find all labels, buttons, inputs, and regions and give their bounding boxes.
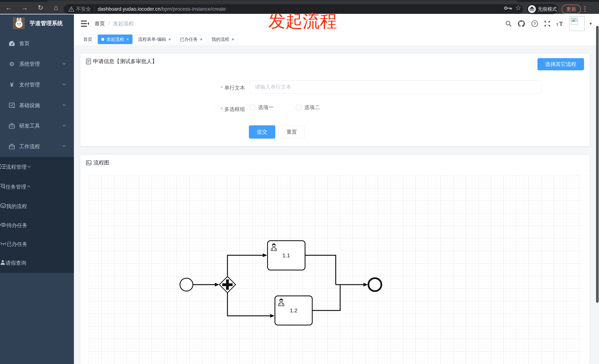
browser-active-tab[interactable] xyxy=(47,0,517,2)
document-icon xyxy=(86,59,91,64)
sidebar-item-payment[interactable]: ¥ 支付管理 xyxy=(0,74,74,95)
browser-reload-icon[interactable]: ↻ xyxy=(36,4,45,12)
tags-view-bar: 首页 发起流程 × 流程表单-编辑 × 已办任务 × 我的流程 × xyxy=(74,33,599,46)
face-icon xyxy=(0,203,6,210)
svg-text:T: T xyxy=(556,23,558,27)
start-event[interactable] xyxy=(180,278,193,291)
password-key-icon[interactable] xyxy=(504,6,512,10)
yen-icon: ¥ xyxy=(8,81,16,88)
browser-home-icon[interactable]: ⌂ xyxy=(51,3,61,11)
github-icon[interactable] xyxy=(517,20,526,28)
caret-down-icon[interactable]: ▼ xyxy=(589,21,593,26)
incognito-icon xyxy=(528,5,536,13)
chrome-update-button[interactable]: 更新 xyxy=(562,5,581,14)
app-logo-avatar xyxy=(13,17,25,29)
apply-info-title: 申请信息【测试多审批人】 xyxy=(93,58,157,65)
url-host[interactable]: dashboard.yudao.iocoder.cn xyxy=(98,6,160,12)
sidebar-item-done-tasks[interactable]: 已办任务 xyxy=(0,235,74,254)
incognito-label: 无痕模式 xyxy=(538,6,557,12)
search-icon[interactable] xyxy=(504,20,512,28)
text-field-label: *单行文本 xyxy=(80,84,245,91)
dashboard-icon xyxy=(8,40,16,47)
checkbox-option-1-label[interactable]: 选项一 xyxy=(258,104,274,111)
sidebar-item-dev-tools[interactable]: 研发工具 xyxy=(0,116,74,136)
scrollbar-thumb[interactable] xyxy=(596,26,599,303)
process-diagram-title: 流程图 xyxy=(93,159,109,167)
toolbox-icon xyxy=(8,143,16,150)
tag-my-process[interactable]: 我的流程 × xyxy=(208,34,238,44)
eye-icon xyxy=(0,222,7,228)
choose-other-process-button[interactable]: 选择其它流程 xyxy=(537,58,584,70)
not-secure-warning-icon xyxy=(69,7,74,12)
browser-back-icon[interactable]: ← xyxy=(4,4,13,12)
font-size-icon[interactable]: TT xyxy=(556,20,564,28)
sidebar-item-process-management[interactable]: 流程管理 xyxy=(0,157,74,177)
close-icon[interactable]: × xyxy=(168,37,171,42)
eye-closed-icon xyxy=(0,241,7,247)
sidebar-item-todo-tasks[interactable]: 待办任务 xyxy=(0,216,74,235)
chevron-down-icon xyxy=(62,102,67,109)
chevron-down-icon xyxy=(62,123,67,129)
url-path[interactable]: /bpm/process-instance/create xyxy=(160,6,226,12)
sidebar-logo-row[interactable]: 芋道管理系统 xyxy=(0,14,74,32)
tag-form-edit[interactable]: 流程表单-编辑 × xyxy=(134,34,174,44)
page-content: 申请信息【测试多审批人】 选择其它流程 *单行文本 *多选框组 选项一 选项二 … xyxy=(74,46,599,364)
sidebar-item-my-process[interactable]: 我的流程 xyxy=(0,197,74,216)
app-title: 芋道管理系统 xyxy=(30,20,63,27)
bpmn-canvas[interactable]: 1.1 1.2 xyxy=(89,176,581,364)
process-diagram-card: 流程图 xyxy=(80,155,590,364)
reset-button[interactable]: 重置 xyxy=(279,125,305,139)
fullscreen-icon[interactable] xyxy=(543,20,551,28)
svg-text:T: T xyxy=(559,20,563,27)
svg-text:?: ? xyxy=(533,21,536,26)
tag-create-process[interactable]: 发起流程 × xyxy=(98,34,132,44)
close-icon[interactable]: × xyxy=(231,37,234,42)
screenshot-root: ← → ↻ ⌂ 不安全 dashboard.yudao.iocoder.cn/b… xyxy=(0,0,599,364)
submit-button[interactable]: 提交 xyxy=(249,125,275,139)
breadcrumb-home[interactable]: 首页 xyxy=(95,20,105,27)
active-tag-dot xyxy=(101,38,104,41)
end-event[interactable] xyxy=(368,278,381,291)
bpmn-diagram: 1.1 1.2 xyxy=(89,176,581,364)
bookmark-star-icon[interactable]: ☆ xyxy=(514,4,523,12)
user-task-1[interactable]: 1.1 xyxy=(268,241,305,270)
breadcrumb: 首页 / 发起流程 xyxy=(95,14,134,33)
sidebar-collapse-icon[interactable] xyxy=(80,20,89,27)
sidebar-item-task-management[interactable]: 任务管理 xyxy=(0,177,74,197)
incognito-badge: 无痕模式 xyxy=(527,4,558,14)
chrome-menu-icon[interactable] xyxy=(584,6,586,12)
checkbox-option-2-label[interactable]: 选项二 xyxy=(304,104,320,111)
checkbox-group: 选项一 选项二 xyxy=(250,104,320,111)
sidebar-item-workflow[interactable]: 工作流程 xyxy=(0,136,74,157)
chevron-down-icon xyxy=(62,61,67,67)
user-task-2[interactable]: 1.2 xyxy=(275,296,312,325)
close-icon[interactable]: × xyxy=(126,37,129,42)
process-list-icon xyxy=(0,164,6,170)
close-icon[interactable]: × xyxy=(200,37,203,42)
sidebar-item-infrastructure[interactable]: 基础设施 xyxy=(0,95,74,116)
sidebar-item-leave-query[interactable]: 请假查询 xyxy=(0,254,74,272)
checkbox-option-2[interactable] xyxy=(296,105,301,110)
single-line-text-input[interactable] xyxy=(250,80,542,93)
chevron-down-icon xyxy=(62,82,67,88)
parallel-gateway[interactable] xyxy=(219,277,236,293)
toolbox-icon xyxy=(8,122,16,130)
task-branch-icon xyxy=(0,184,6,190)
picture-icon xyxy=(86,160,91,165)
checkbox-group-label: *多选框组 xyxy=(80,106,245,113)
sidebar-item-system[interactable]: ⚙ 系统管理 xyxy=(0,54,74,74)
checkbox-option-1[interactable] xyxy=(250,105,255,110)
help-icon[interactable]: ? xyxy=(531,20,539,28)
tag-home[interactable]: 首页 xyxy=(80,34,96,44)
sidebar-item-home[interactable]: 首页 xyxy=(0,33,74,54)
workflow-submenu: 流程管理 任务管理 我的流程 待办任务 xyxy=(0,157,74,273)
apply-info-card: 申请信息【测试多审批人】 选择其它流程 *单行文本 *多选框组 选项一 选项二 … xyxy=(80,53,590,146)
security-label[interactable]: 不安全 xyxy=(76,6,91,12)
gear-icon: ⚙ xyxy=(8,60,16,68)
chevron-up-icon xyxy=(62,144,67,150)
tag-done-tasks[interactable]: 已办任务 × xyxy=(176,34,206,44)
browser-forward-icon[interactable]: → xyxy=(20,4,29,12)
browser-tab-strip xyxy=(0,0,599,2)
user-avatar[interactable] xyxy=(569,16,585,31)
breadcrumb-current: 发起流程 xyxy=(113,20,134,27)
